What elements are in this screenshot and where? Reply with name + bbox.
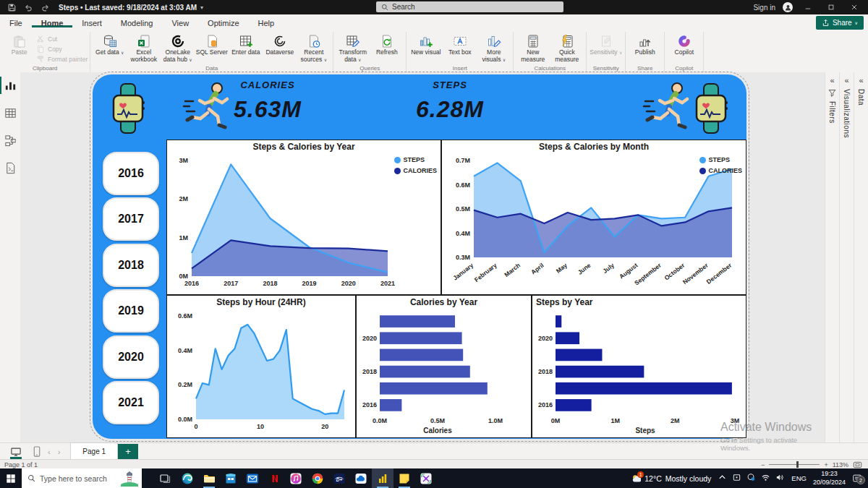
- year-button-2016[interactable]: 2016: [103, 152, 159, 195]
- action-center-button[interactable]: 2: [852, 474, 862, 483]
- zoom-slider[interactable]: [769, 464, 820, 465]
- filters-panel-label: Filters: [828, 101, 836, 124]
- quick-measure-button[interactable]: Quick measure: [550, 33, 584, 63]
- account-avatar[interactable]: [783, 2, 793, 12]
- netflix-taskbar-button[interactable]: [263, 468, 285, 488]
- mail-taskbar-button[interactable]: [242, 468, 263, 488]
- undo-icon[interactable]: [24, 3, 33, 12]
- language-indicator[interactable]: ENG: [791, 474, 807, 482]
- file-explorer-taskbar-button[interactable]: [198, 468, 220, 488]
- weather-widget[interactable]: 1 12°C Mostly cloudy: [631, 474, 711, 484]
- redo-icon[interactable]: [41, 3, 50, 12]
- report-canvas[interactable]: CALORIES 5.63M STEPS 6.28M 2016201720182…: [20, 72, 825, 442]
- expand-data-icon[interactable]: «: [859, 76, 863, 85]
- table-view-button[interactable]: [0, 104, 20, 121]
- sign-in-link[interactable]: Sign in: [753, 4, 775, 12]
- transform-data-button[interactable]: Transform data ∨: [336, 33, 370, 63]
- edge-taskbar-button[interactable]: [176, 468, 198, 488]
- year-button-2021[interactable]: 2021: [103, 381, 159, 424]
- new-visual-button[interactable]: New visual: [409, 33, 443, 56]
- volume-tray-button[interactable]: [775, 472, 785, 485]
- dataverse-button[interactable]: Dataverse: [263, 33, 297, 56]
- chrome-taskbar-button[interactable]: [307, 468, 328, 488]
- refresh-button[interactable]: Refresh: [370, 33, 404, 56]
- audio-info-tray-button[interactable]: [746, 472, 756, 485]
- chart-steps-calories-by-year[interactable]: Steps & Calories by YearSTEPSCALORIES0M1…: [166, 140, 441, 295]
- chart-steps-by-hour[interactable]: Steps by Hour (24HR)0.0M0.2M0.4M0.6M0102…: [166, 295, 356, 438]
- text-box-button[interactable]: Text box: [443, 33, 477, 56]
- task-view-taskbar-button[interactable]: [155, 468, 176, 488]
- year-button-2018[interactable]: 2018: [103, 244, 159, 287]
- ribbon-tab-optimize[interactable]: Optimize: [198, 19, 248, 27]
- onedrive-taskbar-button[interactable]: [350, 468, 372, 488]
- mobile-view-icon[interactable]: [33, 446, 41, 457]
- zoom-in-button[interactable]: +: [824, 461, 827, 468]
- chart-plot: 0.0M0.2M0.4M0.6M01020: [167, 309, 354, 437]
- new-measure-button[interactable]: New measure: [516, 33, 550, 63]
- ribbon-tab-help[interactable]: Help: [249, 19, 284, 27]
- recent-sources-button[interactable]: Recent sources ∨: [297, 33, 331, 63]
- data-panel-collapsed[interactable]: « Data: [854, 72, 868, 442]
- desktop-view-icon[interactable]: [10, 447, 22, 457]
- search-input[interactable]: Search: [376, 1, 563, 12]
- ribbon-tab-insert[interactable]: Insert: [72, 19, 111, 27]
- svg-text:August: August: [618, 262, 639, 281]
- more-visuals-button[interactable]: More visuals ∨: [477, 33, 511, 63]
- steps-kpi[interactable]: STEPS 6.28M: [378, 80, 522, 123]
- fit-to-page-icon[interactable]: [853, 461, 862, 468]
- snip-sketch-taskbar-button[interactable]: [415, 468, 437, 488]
- next-page-icon[interactable]: ›: [58, 448, 61, 456]
- close-button[interactable]: [846, 0, 862, 14]
- page-tab[interactable]: Page 1: [70, 442, 118, 461]
- report-view-button[interactable]: [0, 77, 20, 94]
- svg-text:2016: 2016: [362, 401, 377, 408]
- report-view-icon: [4, 79, 17, 93]
- minimize-button[interactable]: [800, 0, 816, 14]
- year-button-2020[interactable]: 2020: [103, 335, 159, 379]
- wifi-tray-button[interactable]: [761, 472, 770, 485]
- ribbon-tab-modeling[interactable]: Modeling: [111, 19, 163, 27]
- maximize-button[interactable]: [823, 0, 839, 14]
- sql-server-button[interactable]: SQL Server: [195, 33, 229, 56]
- save-icon[interactable]: [7, 3, 17, 12]
- year-button-2017[interactable]: 2017: [103, 197, 159, 241]
- clock[interactable]: 19:23 20/09/2024: [813, 470, 846, 487]
- power-bi-taskbar-button[interactable]: [372, 468, 393, 488]
- caret-up-tray-button[interactable]: [718, 472, 727, 485]
- visualizations-panel-collapsed[interactable]: « Visualizations: [839, 72, 854, 442]
- copilot-button[interactable]: Copilot: [667, 33, 701, 56]
- svg-text:0.4M: 0.4M: [178, 347, 192, 354]
- tray-window-tray-button[interactable]: [732, 472, 741, 485]
- get-data-button[interactable]: Get data ∨: [93, 33, 127, 56]
- excel-workbook-button[interactable]: Excel workbook: [127, 33, 161, 63]
- svg-text:0.2M: 0.2M: [178, 381, 192, 388]
- expand-filters-icon[interactable]: «: [830, 76, 834, 85]
- ribbon-tab-file[interactable]: File: [0, 19, 32, 27]
- title-dropdown-icon[interactable]: ▾: [200, 4, 203, 11]
- sticky-notes-taskbar-button[interactable]: [393, 468, 415, 488]
- start-button[interactable]: [0, 468, 22, 488]
- chart-calories-by-year[interactable]: Calories by Year2020201820160.0M0.5M1.0M…: [356, 295, 532, 438]
- microsoft-store-taskbar-button[interactable]: [220, 468, 242, 488]
- share-button[interactable]: Share∨: [816, 16, 864, 30]
- ribbon-tab-view[interactable]: View: [162, 19, 198, 27]
- ribbon-tab-home[interactable]: Home: [32, 19, 73, 27]
- model-view-button[interactable]: [0, 132, 20, 149]
- disney-plus-taskbar-button[interactable]: D+: [328, 468, 350, 488]
- add-page-button[interactable]: +: [118, 444, 138, 460]
- mail-icon: [246, 472, 259, 485]
- taskbar-search-input[interactable]: Type here to search: [22, 468, 142, 488]
- filters-panel-collapsed[interactable]: « Filters: [825, 72, 839, 442]
- chart-steps-by-year[interactable]: Steps by Year2020201820160M1M2M3MSteps: [532, 295, 746, 438]
- zoom-out-button[interactable]: −: [761, 461, 765, 468]
- onelake-data-hub-button[interactable]: OneLake data hub ∨: [161, 33, 195, 63]
- year-button-2019[interactable]: 2019: [103, 289, 159, 333]
- previous-page-icon[interactable]: ‹: [48, 448, 51, 456]
- expand-visualizations-icon[interactable]: «: [844, 76, 848, 85]
- dax-query-view-button[interactable]: [0, 159, 20, 176]
- calories-kpi[interactable]: CALORIES 5.63M: [195, 80, 340, 123]
- enter-data-button[interactable]: Enter data: [229, 33, 263, 56]
- chart-steps-calories-by-month[interactable]: Steps & Calories by MonthSTEPSCALORIES0.…: [441, 140, 746, 295]
- itunes-taskbar-button[interactable]: [285, 468, 307, 488]
- publish-button[interactable]: Publish: [628, 33, 662, 56]
